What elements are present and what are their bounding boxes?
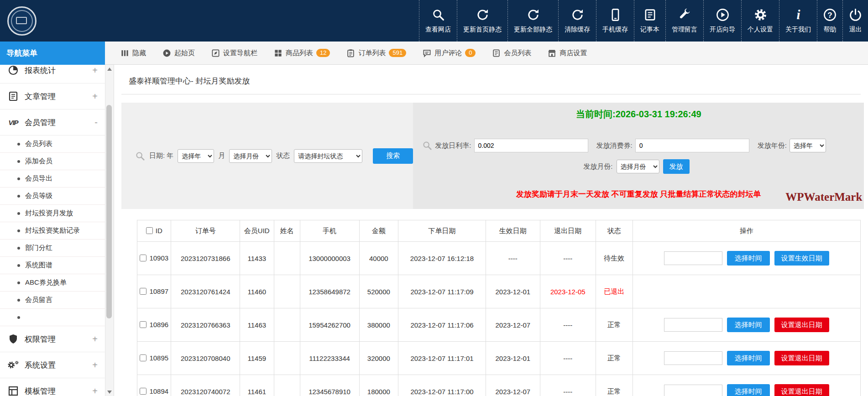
issue-year-label: 发放年份: bbox=[758, 141, 787, 150]
sidebar-subitem-empty[interactable] bbox=[0, 309, 105, 326]
topbar-item-personal-settings[interactable]: 个人设置 bbox=[741, 0, 779, 42]
topbar-item-clear-cache[interactable]: 清除缓存 bbox=[558, 0, 596, 42]
sidebar: 报表统计 + 文章管理 + VIP 会员管理 - 会员列表 添加 bbox=[0, 65, 105, 396]
select-all-checkbox[interactable] bbox=[146, 227, 153, 234]
daily-rate-label: 发放日利率: bbox=[435, 141, 471, 150]
sidebar-subitem-member-list[interactable]: 会员列表 bbox=[0, 135, 105, 153]
sidebar-subitem-label: 添加会员 bbox=[25, 157, 52, 166]
sidebar-item-templates[interactable]: 模板管理 + bbox=[0, 378, 105, 396]
set-effective-date-button[interactable]: 设置生效日期 bbox=[774, 251, 829, 266]
sidebar-item-label: 模板管理 bbox=[25, 386, 56, 396]
cell-amount: 180000 bbox=[359, 375, 398, 396]
expand-icon: + bbox=[92, 334, 98, 344]
row-checkbox[interactable] bbox=[140, 354, 146, 361]
search-button[interactable]: 搜索 bbox=[373, 148, 413, 164]
sidebar-subitem-reward-records[interactable]: 封坛投资奖励记录 bbox=[0, 222, 105, 240]
cell-uid: 11463 bbox=[240, 308, 274, 342]
choose-time-button[interactable]: 选择时间 bbox=[727, 318, 770, 332]
bullet-icon bbox=[17, 316, 20, 319]
sidebar-subitem-department-dividend[interactable]: 部门分红 bbox=[0, 240, 105, 257]
date-input[interactable] bbox=[664, 351, 722, 365]
choose-time-button[interactable]: 选择时间 bbox=[727, 384, 770, 396]
scrollbar-thumb[interactable] bbox=[106, 105, 112, 318]
topbar-item-mobile-cache[interactable]: 手机缓存 bbox=[596, 0, 634, 42]
cell-order-no: 2023120761424 bbox=[171, 275, 240, 308]
issue-month-select[interactable]: 选择月份 bbox=[617, 160, 659, 173]
toolbar-item-product-list[interactable]: 商品列表 12 bbox=[274, 49, 330, 57]
sidebar-scrollbar[interactable] bbox=[105, 65, 114, 396]
set-exit-date-button[interactable]: 设置退出日期 bbox=[774, 318, 829, 332]
sidebar-item-articles[interactable]: 文章管理 + bbox=[0, 83, 105, 109]
set-exit-date-button[interactable]: 设置退出日期 bbox=[774, 351, 829, 365]
toolbar-item-member-list[interactable]: 会员列表 bbox=[492, 49, 531, 57]
row-checkbox[interactable] bbox=[140, 321, 146, 328]
toolbar-item-user-comments[interactable]: 用户评论 0 bbox=[423, 49, 476, 57]
topbar-item-label: 记事本 bbox=[640, 26, 659, 34]
sidebar-subitem-monthly-issue[interactable]: 封坛投资月发放 bbox=[0, 205, 105, 222]
date-input[interactable] bbox=[664, 385, 722, 396]
cell-exit-date: ---- bbox=[540, 375, 596, 396]
topbar-item-label: 退出 bbox=[849, 26, 862, 34]
toolbar-item-set-navbar[interactable]: 设置导航栏 bbox=[211, 49, 257, 57]
sidebar-item-permissions[interactable]: 权限管理 + bbox=[0, 326, 105, 352]
toolbar-item-label: 订单列表 bbox=[358, 49, 386, 57]
sidebar-subitem-member-level[interactable]: 会员等级 bbox=[0, 188, 105, 205]
cell-phone: 11122233344 bbox=[300, 342, 359, 375]
scroll-down-button[interactable] bbox=[105, 388, 114, 396]
sidebar-subitem-member-export[interactable]: 会员导出 bbox=[0, 170, 105, 188]
cell-order-date: 2023-12-07 11:17:00 bbox=[398, 375, 486, 396]
date-input[interactable] bbox=[664, 251, 722, 265]
choose-time-button[interactable]: 选择时间 bbox=[727, 251, 770, 266]
topbar-item-notepad[interactable]: 记事本 bbox=[634, 0, 665, 42]
scroll-up-button[interactable] bbox=[105, 65, 114, 73]
info-icon bbox=[792, 8, 805, 21]
filter-status-select[interactable]: 请选择封坛状态 bbox=[294, 149, 362, 163]
issue-button[interactable]: 发放 bbox=[663, 159, 690, 174]
cell-amount: 320000 bbox=[359, 342, 398, 375]
cell-effective-date: 2023-12-01 bbox=[486, 275, 540, 308]
date-input[interactable] bbox=[664, 318, 722, 332]
sidebar-subitem-member-messages[interactable]: 会员留言 bbox=[0, 292, 105, 309]
row-checkbox[interactable] bbox=[140, 255, 146, 261]
topbar-item-manage-messages[interactable]: 管理留言 bbox=[665, 0, 703, 42]
filter-year-select[interactable]: 选择年 bbox=[178, 149, 214, 163]
row-checkbox[interactable] bbox=[140, 288, 146, 295]
topbar-item-about-us[interactable]: 关于我们 bbox=[779, 0, 817, 42]
topbar-item-label: 清除缓存 bbox=[565, 26, 590, 34]
toolbar-item-order-list[interactable]: 订单列表 591 bbox=[346, 49, 406, 57]
sidebar-subitem-abc-voucher[interactable]: ABC券兑换单 bbox=[0, 274, 105, 292]
topbar-item-refresh-home[interactable]: 更新首页静态 bbox=[457, 0, 507, 42]
coupon-input[interactable] bbox=[635, 139, 749, 152]
cell-effective-date: 2023-12-07 bbox=[486, 308, 540, 342]
sidebar-subitem-label: 封坛投资月发放 bbox=[25, 209, 73, 218]
cell-uid: 11459 bbox=[240, 342, 274, 375]
sidebar-subitem-add-member[interactable]: 添加会员 bbox=[0, 153, 105, 170]
table-row: 10894 2023120740072 11461 12345678910 18… bbox=[137, 375, 861, 396]
issue-year-select[interactable]: 选择年 bbox=[790, 139, 826, 152]
toolbar-item-shop-settings[interactable]: 商店设置 bbox=[548, 49, 587, 57]
cell-actions: 选择时间 设置退出日期 bbox=[633, 308, 860, 342]
row-checkbox[interactable] bbox=[140, 388, 146, 395]
toolbar-item-start-page[interactable]: 起始页 bbox=[162, 49, 195, 57]
sidebar-subitem-label: 部门分红 bbox=[25, 244, 52, 252]
col-id: ID bbox=[137, 220, 171, 242]
table-row: 10897 2023120761424 11460 12358649872 52… bbox=[137, 275, 861, 308]
daily-rate-input[interactable] bbox=[474, 139, 588, 152]
sidebar-item-members[interactable]: VIP 会员管理 - bbox=[0, 109, 105, 135]
layout: 报表统计 + 文章管理 + VIP 会员管理 - 会员列表 添加 bbox=[0, 65, 868, 396]
topbar-item-refresh-all[interactable]: 更新全部静态 bbox=[507, 0, 558, 42]
topbar-item-logout[interactable]: 退出 bbox=[842, 0, 868, 42]
topbar-item-shop-wizard[interactable]: 开店向导 bbox=[703, 0, 741, 42]
filter-month-select[interactable]: 选择月份 bbox=[229, 149, 272, 163]
cell-uid: 11460 bbox=[240, 275, 274, 308]
sidebar-item-reports[interactable]: 报表统计 + bbox=[0, 65, 105, 83]
topbar-item-view-store[interactable]: 查看网店 bbox=[419, 0, 457, 42]
set-exit-date-button[interactable]: 设置退出日期 bbox=[774, 384, 829, 396]
toolbar-item-hide[interactable]: 隐藏 bbox=[120, 49, 146, 57]
sidebar-subitem-system-map[interactable]: 系统图谱 bbox=[0, 257, 105, 274]
cell-id: 10903 bbox=[137, 242, 171, 275]
choose-time-button[interactable]: 选择时间 bbox=[727, 351, 770, 365]
col-status: 状态 bbox=[596, 220, 633, 242]
topbar-item-help[interactable]: 帮助 bbox=[817, 0, 842, 42]
sidebar-item-system-settings[interactable]: 系统设置 + bbox=[0, 352, 105, 378]
